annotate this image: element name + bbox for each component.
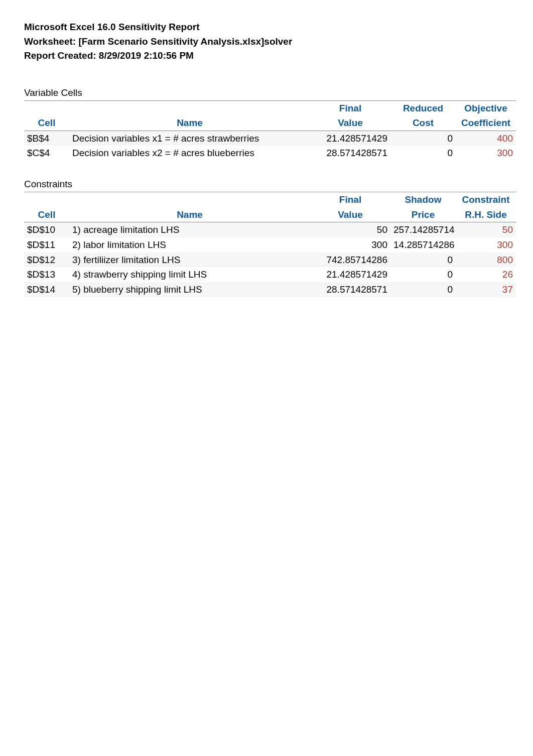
rh-side: 26 bbox=[456, 267, 516, 282]
c-head-value: Value bbox=[310, 207, 390, 222]
table-row: $D$10 1) acreage limitation LHS 50 257.1… bbox=[24, 222, 516, 237]
vc-head-value: Value bbox=[310, 115, 390, 131]
variable-cells-table: Final Reduced Objective Cell Name Value … bbox=[24, 100, 516, 161]
rh-side: 50 bbox=[456, 222, 516, 237]
variable-cells-section: Variable Cells Final Reduced Objective C… bbox=[24, 87, 509, 161]
row-name: 4) strawberry shipping limit LHS bbox=[69, 267, 310, 282]
row-name: 2) labor limitation LHS bbox=[69, 237, 310, 253]
vc-head-coeff: Coefficient bbox=[456, 115, 516, 131]
final-value: 21.428571429 bbox=[310, 267, 390, 282]
vc-head-cost: Cost bbox=[390, 115, 456, 131]
shadow-price: 14.285714286 bbox=[390, 237, 456, 253]
table-row: $D$13 4) strawberry shipping limit LHS 2… bbox=[24, 267, 516, 282]
final-value: 300 bbox=[310, 237, 390, 253]
row-name: 1) acreage limitation LHS bbox=[69, 222, 310, 237]
table-row: $C$4 Decision variables x2 = # acres blu… bbox=[24, 146, 516, 161]
report-created-line: Report Created: 8/29/2019 2:10:56 PM bbox=[24, 49, 509, 63]
c-head-cell: Cell bbox=[24, 207, 69, 222]
cell-ref: $D$13 bbox=[24, 267, 69, 282]
cell-ref: $D$14 bbox=[24, 282, 69, 297]
cell-ref: $D$10 bbox=[24, 222, 69, 237]
shadow-price: 257.14285714 bbox=[390, 222, 456, 237]
c-head-name: Name bbox=[69, 207, 310, 222]
cell-ref: $C$4 bbox=[24, 146, 69, 161]
c-group-constraint: Constraint bbox=[456, 192, 516, 207]
shadow-price: 0 bbox=[390, 267, 456, 282]
constraints-table: Final Shadow Constraint Cell Name Value … bbox=[24, 192, 516, 297]
row-name: 3) fertiliizer limitation LHS bbox=[69, 253, 310, 268]
constraints-title: Constraints bbox=[24, 179, 509, 190]
table-row: $D$14 5) blueberry shipping limit LHS 28… bbox=[24, 282, 516, 297]
vc-group-final: Final bbox=[310, 100, 390, 115]
cell-ref: $D$11 bbox=[24, 237, 69, 253]
table-row: $D$12 3) fertiliizer limitation LHS 742.… bbox=[24, 253, 516, 268]
constraints-section: Constraints Final Shadow Constraint Cell… bbox=[24, 179, 509, 297]
row-name: Decision variables x1 = # acres strawber… bbox=[69, 131, 310, 146]
final-value: 28.571428571 bbox=[310, 146, 390, 161]
c-group-final: Final bbox=[310, 192, 390, 207]
variable-cells-title: Variable Cells bbox=[24, 87, 509, 98]
table-row: $B$4 Decision variables x1 = # acres str… bbox=[24, 131, 516, 146]
shadow-price: 0 bbox=[390, 282, 456, 297]
cell-ref: $B$4 bbox=[24, 131, 69, 146]
final-value: 742.85714286 bbox=[310, 253, 390, 268]
c-head-rhside: R.H. Side bbox=[456, 207, 516, 222]
vc-group-objective: Objective bbox=[456, 100, 516, 115]
cell-ref: $D$12 bbox=[24, 253, 69, 268]
reduced-cost: 0 bbox=[390, 131, 456, 146]
rh-side: 300 bbox=[456, 237, 516, 253]
row-name: Decision variables x2 = # acres blueberr… bbox=[69, 146, 310, 161]
reduced-cost: 0 bbox=[390, 146, 456, 161]
rh-side: 37 bbox=[456, 282, 516, 297]
report-title: Microsoft Excel 16.0 Sensitivity Report bbox=[24, 20, 509, 35]
vc-group-reduced: Reduced bbox=[390, 100, 456, 115]
shadow-price: 0 bbox=[390, 253, 456, 268]
objective-coeff: 300 bbox=[456, 146, 516, 161]
final-value: 21.428571429 bbox=[310, 131, 390, 146]
c-group-shadow: Shadow bbox=[390, 192, 456, 207]
vc-head-cell: Cell bbox=[24, 115, 69, 131]
final-value: 50 bbox=[310, 222, 390, 237]
objective-coeff: 400 bbox=[456, 131, 516, 146]
rh-side: 800 bbox=[456, 253, 516, 268]
vc-head-name: Name bbox=[69, 115, 310, 131]
c-head-price: Price bbox=[390, 207, 456, 222]
worksheet-line: Worksheet: [Farm Scenario Sensitivity An… bbox=[24, 35, 509, 49]
report-header: Microsoft Excel 16.0 Sensitivity Report … bbox=[24, 20, 509, 63]
row-name: 5) blueberry shipping limit LHS bbox=[69, 282, 310, 297]
table-row: $D$11 2) labor limitation LHS 300 14.285… bbox=[24, 237, 516, 253]
final-value: 28.571428571 bbox=[310, 282, 390, 297]
